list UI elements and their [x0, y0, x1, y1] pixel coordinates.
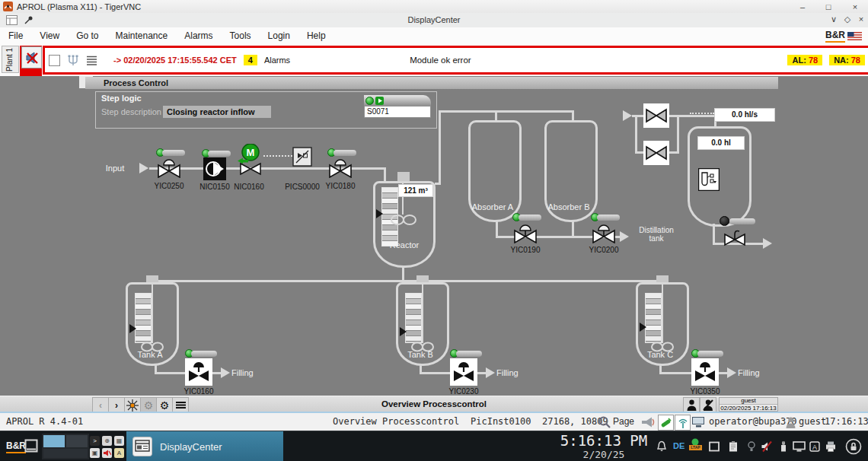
printer-tray-icon[interactable] — [825, 440, 837, 453]
plant-tab[interactable]: Plant 1 — [2, 46, 19, 73]
valve-yic0250-icon[interactable] — [157, 157, 181, 178]
user-button[interactable] — [683, 397, 700, 413]
clock[interactable]: 5:16:13 PM 2/20/25 — [558, 432, 649, 460]
pager-desktop[interactable] — [66, 435, 88, 447]
pipe — [677, 115, 679, 153]
reactor-label: Reactor — [373, 240, 436, 250]
pump-nic0150-icon[interactable] — [203, 157, 226, 180]
status-pill — [333, 150, 356, 156]
status-pill — [597, 215, 620, 221]
valve-label: YIC0160 — [180, 387, 217, 396]
minimize-button[interactable]: – — [794, 2, 811, 11]
logout-button[interactable] — [700, 397, 716, 413]
settings-button[interactable]: ⚙ — [156, 397, 173, 413]
signal-line — [690, 113, 714, 114]
window-frame-tray-icon[interactable] — [708, 440, 720, 453]
audio-muted-launcher-icon[interactable] — [102, 448, 112, 458]
step-description-value[interactable]: Closing reactor inflow — [163, 106, 271, 118]
menu-help[interactable]: Help — [298, 27, 334, 44]
controller-pics0000-icon[interactable] — [292, 147, 312, 167]
valve-yic0190-icon[interactable] — [513, 222, 538, 243]
valve-box[interactable] — [643, 141, 669, 165]
notifications-bell-icon[interactable] — [656, 440, 668, 453]
session-info: guest 02/20/2025 17:16:13 — [719, 397, 778, 412]
menu-view[interactable]: View — [31, 27, 68, 44]
vnc-titlebar: APROL (Plasma X11) - TigerVNC – □ × — [0, 0, 868, 14]
valve-box[interactable] — [691, 358, 719, 386]
plug-icon — [660, 417, 672, 428]
menu-button[interactable] — [172, 397, 189, 413]
network-button[interactable] — [675, 415, 691, 431]
status-time: 17:16:13 — [825, 413, 868, 431]
agitator-shaft — [152, 284, 153, 343]
br-taskbar-logo[interactable]: B&R — [6, 440, 26, 453]
forward-button[interactable]: › — [108, 397, 125, 413]
valve-box[interactable] — [185, 358, 212, 386]
step-run-icon[interactable] — [375, 97, 384, 105]
virtual-desktop-pager[interactable] — [42, 434, 89, 459]
menu-login[interactable]: Login — [260, 27, 298, 44]
horn-acknowledge-button[interactable] — [21, 46, 42, 68]
alarm-group-icon[interactable] — [67, 55, 79, 66]
map-pin-tray-icon[interactable]: LTAP — [689, 438, 701, 452]
horn-icon[interactable] — [640, 416, 656, 428]
manual-valve-icon[interactable] — [723, 228, 746, 246]
menu-maintenance[interactable]: Maintenance — [107, 27, 177, 44]
terminal-launcher-icon[interactable]: > — [90, 436, 100, 446]
browser-launcher-icon[interactable]: ⊕ — [102, 436, 112, 446]
back-button[interactable]: ‹ — [92, 397, 109, 413]
pipe — [420, 372, 450, 374]
volume-muted-tray-icon[interactable] — [761, 440, 773, 453]
menu-bar: File View Go to Maintenance Alarms Tools… — [0, 27, 868, 45]
menu-alarms[interactable]: Alarms — [176, 27, 221, 44]
user-slash-icon — [703, 399, 713, 411]
window-launcher-icon[interactable]: ▣ — [90, 448, 100, 458]
valve-box[interactable] — [643, 103, 669, 128]
alarm-checkbox[interactable] — [49, 55, 60, 66]
alarm-line[interactable]: -> 02/20/2025 17:15:55.542 CET 4 Alarms … — [43, 46, 868, 75]
pager-desktop[interactable] — [43, 449, 88, 458]
keyboard-layout-indicator[interactable]: DE — [673, 441, 685, 450]
reactor-volume: 121 m³ — [398, 184, 433, 197]
app-launcher-icon[interactable] — [24, 439, 38, 453]
display-icon[interactable] — [692, 417, 705, 428]
close-button[interactable]: × — [847, 2, 863, 11]
flow-arrow-icon — [727, 367, 736, 378]
pin-badge: LTAP — [689, 445, 702, 450]
page-label[interactable]: Page — [613, 413, 634, 431]
faceplate-icon[interactable] — [698, 168, 720, 191]
pager-active-desktop[interactable] — [43, 435, 65, 447]
br-logo: B&R — [825, 30, 845, 43]
bulb-tray-icon[interactable] — [745, 440, 758, 453]
motor-valve-nic0160-icon[interactable]: M — [237, 144, 263, 177]
lock-screen-icon[interactable] — [845, 438, 862, 455]
us-flag-icon[interactable] — [847, 32, 862, 40]
zoom-icon[interactable] — [598, 416, 611, 428]
agitator-shaft — [422, 284, 423, 343]
picture-nav-bar: Overview Processcontrol ‹ › ⚙ ⚙ guest 02… — [0, 396, 868, 412]
settings-disabled-button[interactable]: ⚙ — [140, 397, 157, 413]
maximize-button[interactable]: □ — [820, 2, 837, 11]
clipboard-tray-icon[interactable] — [727, 440, 739, 453]
flow-arrow-icon — [221, 367, 230, 378]
dock-close-button[interactable]: × — [853, 14, 868, 24]
taskbar-displaycenter[interactable]: DisplayCenter — [126, 431, 283, 461]
display-tray-icon[interactable] — [793, 440, 806, 453]
logged-user: guest — [799, 413, 826, 431]
valve-yic0180-icon[interactable] — [328, 157, 353, 178]
menu-file[interactable]: File — [0, 27, 31, 44]
menu-goto[interactable]: Go to — [68, 27, 107, 44]
accessibility-tray-icon[interactable]: A — [809, 440, 821, 453]
aprol-version: APROL R 4.4-01 — [6, 413, 83, 431]
home-picture-button[interactable] — [124, 397, 141, 413]
connection-button[interactable] — [658, 415, 674, 431]
grid-launcher-icon[interactable]: ▦ — [114, 436, 124, 446]
valve-yic0200-icon[interactable] — [592, 222, 616, 243]
lock-launcher-icon[interactable]: A — [114, 448, 124, 458]
usb-device-tray-icon[interactable] — [777, 440, 790, 453]
step-id-field[interactable]: S0071 — [364, 106, 431, 118]
menu-tools[interactable]: Tools — [222, 27, 260, 44]
status-pill — [456, 351, 482, 357]
alarm-list-icon[interactable] — [86, 56, 97, 65]
valve-box[interactable] — [450, 358, 477, 386]
